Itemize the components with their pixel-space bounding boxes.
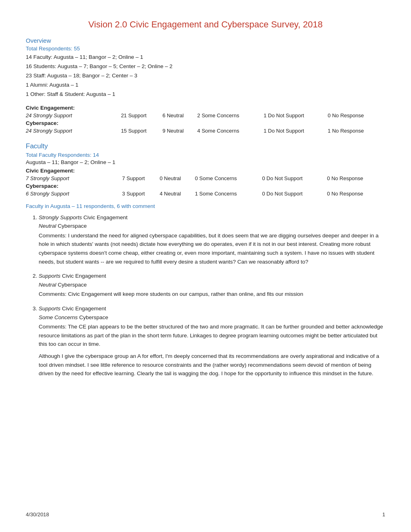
item3-cyber-label: Some Concerns — [39, 314, 78, 320]
civic-col5: 1 Do Not Support — [264, 112, 328, 119]
fac-cyber-col1: 6 Strongly Support — [26, 190, 122, 197]
civic-col1: 24 Strongly Support — [26, 112, 121, 119]
faculty-cyber-stats-table: 6 Strongly Support 3 Support 4 Neutral 1… — [26, 190, 385, 197]
students-line: 16 Students: Augusta – 7; Bangor – 5; Ce… — [26, 62, 385, 71]
fac-civic-col3: 0 Neutral — [160, 175, 195, 182]
fac-cyber-col6: 0 No Response — [327, 190, 385, 197]
item1-comment: Comments: I understand the need for alig… — [39, 231, 385, 266]
faculty-items-list: Strongly Supports Civic Engagement Neutr… — [39, 213, 385, 378]
augusta-heading: Faculty in Augusta – 11 respondents, 6 w… — [26, 203, 385, 209]
cyber-col3: 9 Neutral — [162, 127, 197, 134]
item1-cyber-label: Neutral — [39, 223, 56, 229]
cyber-col4: 4 Some Concerns — [197, 127, 264, 134]
fac-civic-col5: 0 Do Not Support — [262, 175, 327, 182]
item3-ce-text: Civic Engagement — [60, 305, 106, 312]
fac-civic-col6: 0 No Response — [327, 175, 385, 182]
item2-comment: Comments: Civic Engagement will keep mor… — [39, 290, 385, 299]
faculty-civic-stats-table: 7 Strongly Support 7 Support 0 Neutral 0… — [26, 175, 385, 182]
cyber-stats-table: 24 Strongly Support 15 Support 9 Neutral… — [26, 127, 385, 134]
other-line: 1 Other: Staff & Student: Augusta – 1 — [26, 90, 385, 99]
faculty-section: Faculty Total Faculty Respondents: 14 Au… — [26, 142, 385, 197]
fac-civic-col2: 7 Support — [122, 175, 160, 182]
overview-section: Overview Total Respondents: 55 14 Facult… — [26, 37, 385, 99]
item3-comment: Comments: The CE plan appears to be the … — [39, 322, 385, 349]
civic-stats-table: 24 Strongly Support 21 Support 6 Neutral… — [26, 112, 385, 119]
total-respondents: Total Respondents: 55 — [26, 46, 385, 52]
fac-cyber-col3: 4 Neutral — [160, 190, 195, 197]
fac-civic-col4: 0 Some Concerns — [195, 175, 262, 182]
item3-comment2: Although I give the cyberspace group an … — [39, 352, 385, 378]
alumni-line: 1 Alumni: Augusta – 1 — [26, 81, 385, 90]
item1-ce-label: Strongly Supports — [39, 214, 82, 220]
faculty-heading: Faculty — [26, 142, 385, 150]
faculty-respondents: Augusta – 11; Bangor – 2; Online – 1 — [26, 159, 385, 165]
item3-ce-label: Supports — [39, 305, 60, 312]
fac-cyber-col4: 1 Some Concerns — [195, 190, 262, 197]
main-title: Vision 2.0 Civic Engagement and Cyberspa… — [26, 19, 385, 30]
faculty-total: Total Faculty Respondents: 14 — [26, 152, 385, 158]
item1-ce-text: Civic Engagement — [82, 214, 127, 220]
page-number: 1 — [382, 511, 385, 517]
civic-col2: 21 Support — [121, 112, 162, 119]
cyberspace-label: Cyberspace: — [26, 120, 385, 126]
item1-cyber-text: Cyberspace — [56, 223, 87, 229]
item3-cyber-text: Cyberspace — [78, 314, 108, 320]
cyber-col1: 24 Strongly Support — [26, 127, 121, 134]
faculty-item-2: Supports Civic Engagement Neutral Cybers… — [39, 272, 385, 299]
staff-line: 23 Staff: Augusta – 18; Bangor – 2; Cent… — [26, 71, 385, 81]
faculty-line: 14 Faculty: Augusta – 11; Bangor – 2; On… — [26, 53, 385, 62]
overview-stats: Civic Engagement: 24 Strongly Support 21… — [26, 105, 385, 134]
faculty-item-1: Strongly Supports Civic Engagement Neutr… — [39, 213, 385, 266]
cyber-col5: 1 Do Not Support — [264, 127, 328, 134]
item2-cyber-text: Cyberspace — [56, 282, 87, 288]
cyber-col6: 1 No Response — [328, 127, 385, 134]
faculty-item-3: Supports Civic Engagement Some Concerns … — [39, 304, 385, 378]
overview-heading: Overview — [26, 37, 385, 44]
item2-cyber-label: Neutral — [39, 282, 56, 288]
date-footer: 4/30/2018 — [26, 511, 49, 517]
civic-label: Civic Engagement: — [26, 105, 385, 111]
civic-col6: 0 No Response — [328, 112, 385, 119]
faculty-cyber-label: Cyberspace: — [26, 183, 385, 189]
cyber-col2: 15 Support — [121, 127, 162, 134]
fac-cyber-col5: 0 Do Not Support — [262, 190, 327, 197]
faculty-civic-label: Civic Engagement: — [26, 168, 385, 174]
item2-ce-text: Civic Engagement — [60, 273, 106, 279]
civic-col4: 2 Some Concerns — [197, 112, 264, 119]
item2-ce-label: Supports — [39, 273, 60, 279]
fac-civic-col1: 7 Strongly Support — [26, 175, 122, 182]
civic-col3: 6 Neutral — [162, 112, 197, 119]
fac-cyber-col2: 3 Support — [122, 190, 160, 197]
